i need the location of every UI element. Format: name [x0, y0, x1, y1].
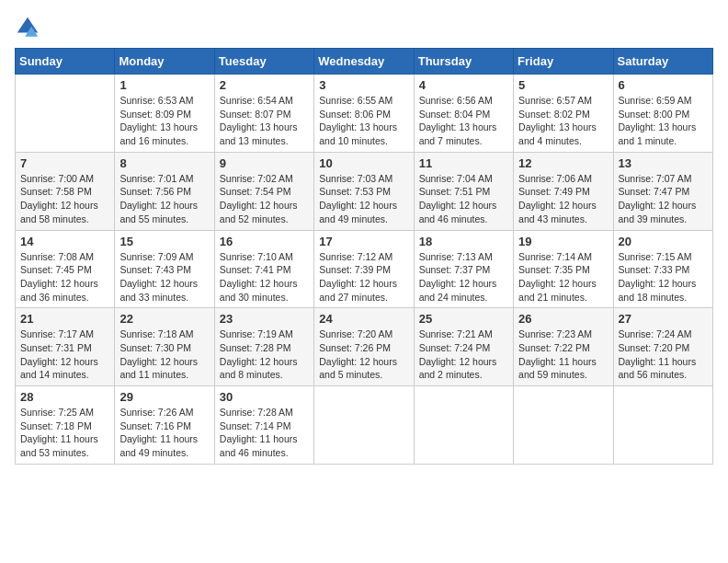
week-row-3: 21Sunrise: 7:17 AMSunset: 7:31 PMDayligh… [16, 308, 713, 386]
calendar-body: 1Sunrise: 6:53 AMSunset: 8:09 PMDaylight… [16, 75, 713, 465]
day-info: Sunrise: 7:17 AMSunset: 7:31 PMDaylight:… [20, 327, 109, 382]
day-number: 11 [419, 156, 508, 170]
calendar-cell: 2Sunrise: 6:54 AMSunset: 8:07 PMDaylight… [214, 75, 313, 153]
day-number: 4 [419, 78, 508, 92]
calendar-cell: 7Sunrise: 7:00 AMSunset: 7:58 PMDaylight… [16, 152, 115, 230]
day-number: 27 [619, 312, 708, 326]
col-header-sunday: Sunday [16, 49, 115, 75]
calendar-cell: 21Sunrise: 7:17 AMSunset: 7:31 PMDayligh… [16, 308, 115, 386]
calendar-cell: 20Sunrise: 7:15 AMSunset: 7:33 PMDayligh… [613, 230, 712, 308]
day-info: Sunrise: 7:07 AMSunset: 7:47 PMDaylight:… [619, 172, 708, 226]
calendar-cell: 11Sunrise: 7:04 AMSunset: 7:51 PMDayligh… [414, 152, 513, 230]
day-number: 8 [119, 156, 209, 170]
col-header-monday: Monday [115, 49, 214, 75]
calendar-cell: 9Sunrise: 7:02 AMSunset: 7:54 PMDaylight… [214, 152, 313, 230]
col-header-friday: Friday [514, 49, 613, 75]
day-number: 25 [419, 312, 508, 326]
day-number: 6 [619, 78, 708, 92]
day-info: Sunrise: 7:01 AMSunset: 7:56 PMDaylight:… [119, 172, 209, 226]
calendar-cell: 4Sunrise: 6:56 AMSunset: 8:04 PMDaylight… [414, 75, 513, 153]
logo-icon [15, 15, 40, 40]
day-info: Sunrise: 7:15 AMSunset: 7:33 PMDaylight:… [619, 250, 708, 304]
calendar-cell: 18Sunrise: 7:13 AMSunset: 7:37 PMDayligh… [414, 230, 513, 308]
day-info: Sunrise: 7:26 AMSunset: 7:16 PMDaylight:… [119, 406, 209, 460]
day-number: 10 [319, 156, 408, 170]
calendar-cell [414, 386, 513, 465]
day-info: Sunrise: 6:55 AMSunset: 8:06 PMDaylight:… [319, 94, 408, 148]
day-number: 2 [220, 78, 309, 92]
day-info: Sunrise: 7:13 AMSunset: 7:37 PMDaylight:… [419, 250, 508, 304]
day-info: Sunrise: 7:18 AMSunset: 7:30 PMDaylight:… [119, 327, 209, 382]
week-row-1: 7Sunrise: 7:00 AMSunset: 7:58 PMDaylight… [16, 152, 713, 230]
col-header-wednesday: Wednesday [314, 49, 414, 75]
col-header-saturday: Saturday [613, 49, 712, 75]
day-info: Sunrise: 7:04 AMSunset: 7:51 PMDaylight:… [419, 172, 508, 226]
calendar-cell [314, 386, 414, 465]
day-number: 5 [518, 78, 608, 92]
calendar-cell: 6Sunrise: 6:59 AMSunset: 8:00 PMDaylight… [613, 75, 712, 153]
day-number: 13 [619, 156, 708, 170]
calendar-header-row: SundayMondayTuesdayWednesdayThursdayFrid… [16, 49, 713, 75]
calendar-cell: 22Sunrise: 7:18 AMSunset: 7:30 PMDayligh… [115, 308, 214, 386]
calendar-cell: 26Sunrise: 7:23 AMSunset: 7:22 PMDayligh… [514, 308, 613, 386]
day-info: Sunrise: 7:12 AMSunset: 7:39 PMDaylight:… [319, 250, 408, 304]
calendar-cell: 30Sunrise: 7:28 AMSunset: 7:14 PMDayligh… [214, 386, 313, 465]
day-info: Sunrise: 7:14 AMSunset: 7:35 PMDaylight:… [518, 250, 608, 304]
day-number: 22 [119, 312, 209, 326]
day-number: 9 [220, 156, 309, 170]
day-info: Sunrise: 6:53 AMSunset: 8:09 PMDaylight:… [119, 94, 209, 148]
day-info: Sunrise: 6:59 AMSunset: 8:00 PMDaylight:… [619, 94, 708, 148]
day-number: 28 [20, 390, 109, 404]
day-number: 17 [319, 235, 408, 248]
calendar-table: SundayMondayTuesdayWednesdayThursdayFrid… [15, 48, 713, 465]
svg-marker-0 [17, 17, 38, 33]
calendar-cell: 15Sunrise: 7:09 AMSunset: 7:43 PMDayligh… [115, 230, 214, 308]
day-number: 26 [518, 312, 608, 326]
day-info: Sunrise: 7:20 AMSunset: 7:26 PMDaylight:… [319, 327, 408, 382]
day-number: 15 [119, 235, 209, 248]
day-info: Sunrise: 7:21 AMSunset: 7:24 PMDaylight:… [419, 327, 508, 382]
day-info: Sunrise: 7:24 AMSunset: 7:20 PMDaylight:… [619, 327, 708, 382]
day-number: 23 [220, 312, 309, 326]
day-info: Sunrise: 7:06 AMSunset: 7:49 PMDaylight:… [518, 172, 608, 226]
calendar-cell [514, 386, 613, 465]
calendar-cell: 10Sunrise: 7:03 AMSunset: 7:53 PMDayligh… [314, 152, 414, 230]
calendar-cell: 17Sunrise: 7:12 AMSunset: 7:39 PMDayligh… [314, 230, 414, 308]
calendar-cell: 13Sunrise: 7:07 AMSunset: 7:47 PMDayligh… [613, 152, 712, 230]
day-info: Sunrise: 7:28 AMSunset: 7:14 PMDaylight:… [220, 406, 309, 460]
day-number: 16 [220, 235, 309, 248]
logo [15, 15, 44, 40]
col-header-thursday: Thursday [414, 49, 513, 75]
day-info: Sunrise: 7:19 AMSunset: 7:28 PMDaylight:… [220, 327, 309, 382]
calendar-cell: 12Sunrise: 7:06 AMSunset: 7:49 PMDayligh… [514, 152, 613, 230]
week-row-4: 28Sunrise: 7:25 AMSunset: 7:18 PMDayligh… [16, 386, 713, 465]
calendar-cell: 25Sunrise: 7:21 AMSunset: 7:24 PMDayligh… [414, 308, 513, 386]
day-number: 21 [20, 312, 109, 326]
calendar-cell: 1Sunrise: 6:53 AMSunset: 8:09 PMDaylight… [115, 75, 214, 153]
calendar-cell: 28Sunrise: 7:25 AMSunset: 7:18 PMDayligh… [16, 386, 115, 465]
calendar-cell: 29Sunrise: 7:26 AMSunset: 7:16 PMDayligh… [115, 386, 214, 465]
calendar-cell [16, 75, 115, 153]
day-number: 3 [319, 78, 408, 92]
day-info: Sunrise: 7:08 AMSunset: 7:45 PMDaylight:… [20, 250, 109, 304]
week-row-2: 14Sunrise: 7:08 AMSunset: 7:45 PMDayligh… [16, 230, 713, 308]
calendar-cell: 27Sunrise: 7:24 AMSunset: 7:20 PMDayligh… [613, 308, 712, 386]
calendar-cell: 3Sunrise: 6:55 AMSunset: 8:06 PMDaylight… [314, 75, 414, 153]
day-number: 18 [419, 235, 508, 248]
day-info: Sunrise: 6:57 AMSunset: 8:02 PMDaylight:… [518, 94, 608, 148]
week-row-0: 1Sunrise: 6:53 AMSunset: 8:09 PMDaylight… [16, 75, 713, 153]
day-info: Sunrise: 7:10 AMSunset: 7:41 PMDaylight:… [220, 250, 309, 304]
calendar-cell: 5Sunrise: 6:57 AMSunset: 8:02 PMDaylight… [514, 75, 613, 153]
day-number: 24 [319, 312, 408, 326]
calendar-cell: 24Sunrise: 7:20 AMSunset: 7:26 PMDayligh… [314, 308, 414, 386]
day-info: Sunrise: 7:23 AMSunset: 7:22 PMDaylight:… [518, 327, 608, 382]
day-info: Sunrise: 7:00 AMSunset: 7:58 PMDaylight:… [20, 172, 109, 226]
calendar-cell [613, 386, 712, 465]
day-number: 20 [619, 235, 708, 248]
calendar-cell: 14Sunrise: 7:08 AMSunset: 7:45 PMDayligh… [16, 230, 115, 308]
day-number: 14 [20, 235, 109, 248]
day-number: 7 [20, 156, 109, 170]
day-number: 1 [119, 78, 209, 92]
day-info: Sunrise: 7:09 AMSunset: 7:43 PMDaylight:… [119, 250, 209, 304]
day-number: 12 [518, 156, 608, 170]
